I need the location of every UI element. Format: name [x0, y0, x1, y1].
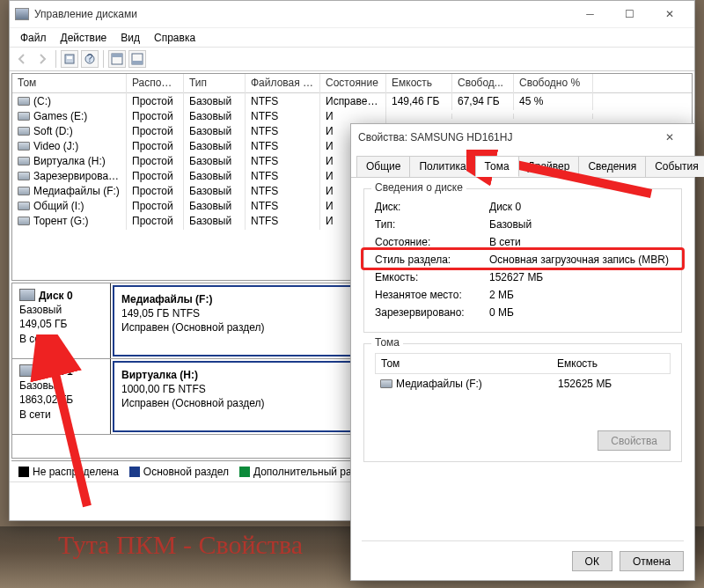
drive-icon	[18, 187, 30, 195]
tool-list-top[interactable]	[108, 50, 126, 68]
disk-icon	[19, 364, 35, 377]
tab-details[interactable]: Сведения	[578, 156, 646, 177]
annotation-caption: Тута ПКМ - Свойства	[58, 530, 303, 560]
vh-capacity[interactable]: Емкость	[552, 355, 603, 372]
svg-rect-7	[132, 61, 143, 64]
table-header[interactable]: Том Располо... Тип Файловая с... Состоян…	[12, 74, 692, 93]
th-free[interactable]: Свобод...	[452, 74, 514, 92]
tab-volumes[interactable]: Тома	[475, 156, 519, 177]
tool-forward	[33, 50, 51, 68]
drive-icon	[18, 127, 30, 136]
disk-icon	[19, 289, 35, 301]
vol-cap: 152625 МБ	[558, 378, 612, 390]
dialog-tabs: Общие Политика Тома Драйвер Сведения Соб…	[351, 151, 694, 178]
window-title: Управление дисками	[34, 8, 570, 20]
drive-icon	[18, 112, 30, 121]
titlebar[interactable]: Управление дисками ─ ☐ ✕	[10, 1, 694, 27]
toolbar: ?	[10, 47, 694, 71]
drive-icon	[380, 379, 392, 388]
group-title-volumes: Тома	[371, 336, 403, 349]
tab-general[interactable]: Общие	[356, 156, 410, 177]
th-pct[interactable]: Свободно %	[514, 74, 593, 92]
th-layout[interactable]: Располо...	[127, 74, 184, 92]
th-fs[interactable]: Файловая с...	[246, 74, 320, 92]
drive-icon	[18, 157, 30, 165]
svg-text:?: ?	[87, 53, 93, 64]
properties-dialog: Свойства: SAMSUNG HD161HJ ✕ Общие Полити…	[350, 123, 695, 581]
disk-info-group: Сведения о диске Диск:Диск 0Тип:БазовыйС…	[363, 188, 682, 333]
tool-list-bottom[interactable]	[128, 50, 146, 68]
dialog-close-button[interactable]: ✕	[652, 125, 687, 150]
drive-icon	[18, 172, 30, 180]
disk-header[interactable]: Диск 1Базовый1863,02 ГБВ сети	[12, 359, 111, 434]
menu-action[interactable]: Действие	[55, 30, 113, 46]
minimize-button[interactable]: ─	[570, 2, 610, 26]
dialog-titlebar[interactable]: Свойства: SAMSUNG HD161HJ ✕	[351, 124, 694, 151]
menubar: Файл Действие Вид Справка	[10, 27, 694, 47]
legend-extended: Дополнительный разд	[253, 466, 363, 478]
volume-row[interactable]: Медиафайлы (F:) 152625 МБ	[375, 374, 671, 393]
cancel-button[interactable]: Отмена	[620, 551, 684, 571]
legend-unallocated: Не распределена	[33, 466, 119, 478]
tool-refresh[interactable]	[61, 50, 78, 68]
menu-file[interactable]: Файл	[15, 30, 52, 46]
disk-info-row: Зарезервировано:0 МБ	[375, 304, 671, 321]
disk-info-row: Тип:Базовый	[375, 216, 671, 233]
vh-volume[interactable]: Том	[376, 355, 552, 372]
menu-view[interactable]: Вид	[115, 30, 145, 46]
table-row[interactable]: (C:)ПростойБазовыйNTFSИсправен...149,46 …	[12, 93, 692, 108]
tab-events[interactable]: События	[645, 156, 704, 177]
app-icon	[15, 8, 29, 20]
th-type[interactable]: Тип	[184, 74, 246, 92]
tool-help[interactable]: ?	[81, 50, 99, 68]
legend-primary: Основной раздел	[143, 466, 229, 478]
table-row[interactable]: Games (E:)ПростойБазовыйNTFSИ	[12, 108, 692, 123]
volumes-group: Тома Том Емкость Медиафайлы (F:) 152625 …	[363, 343, 682, 462]
tab-driver[interactable]: Драйвер	[518, 156, 580, 177]
dialog-title: Свойства: SAMSUNG HD161HJ	[358, 131, 652, 143]
th-volume[interactable]: Том	[12, 74, 127, 92]
drive-icon	[18, 202, 30, 210]
disk-info-row: Емкость:152627 МБ	[375, 268, 671, 286]
group-title-diskinfo: Сведения о диске	[371, 181, 466, 194]
svg-rect-5	[112, 54, 122, 57]
drive-icon	[18, 217, 30, 225]
th-state[interactable]: Состояние	[320, 74, 386, 92]
vol-name: Медиафайлы (F:)	[396, 378, 558, 390]
th-cap[interactable]: Емкость	[386, 74, 452, 92]
ok-button[interactable]: ОК	[572, 551, 612, 571]
maximize-button[interactable]: ☐	[610, 2, 649, 26]
volume-properties-button: Свойства	[598, 430, 671, 451]
svg-rect-1	[67, 56, 72, 59]
disk-header[interactable]: Диск 0Базовый149,05 ГБВ сети	[12, 283, 111, 358]
disk-info-row: Диск:Диск 0	[375, 198, 671, 216]
tool-back	[13, 50, 31, 68]
drive-icon	[18, 142, 30, 151]
close-button[interactable]: ✕	[649, 2, 689, 26]
volumes-list-header[interactable]: Том Емкость	[375, 353, 671, 374]
disk-info-row: Незанятое место:2 МБ	[375, 286, 671, 304]
drive-icon	[18, 97, 30, 106]
menu-help[interactable]: Справка	[149, 30, 201, 46]
tab-policy[interactable]: Политика	[409, 156, 475, 177]
highlight-partition-style	[361, 247, 685, 270]
